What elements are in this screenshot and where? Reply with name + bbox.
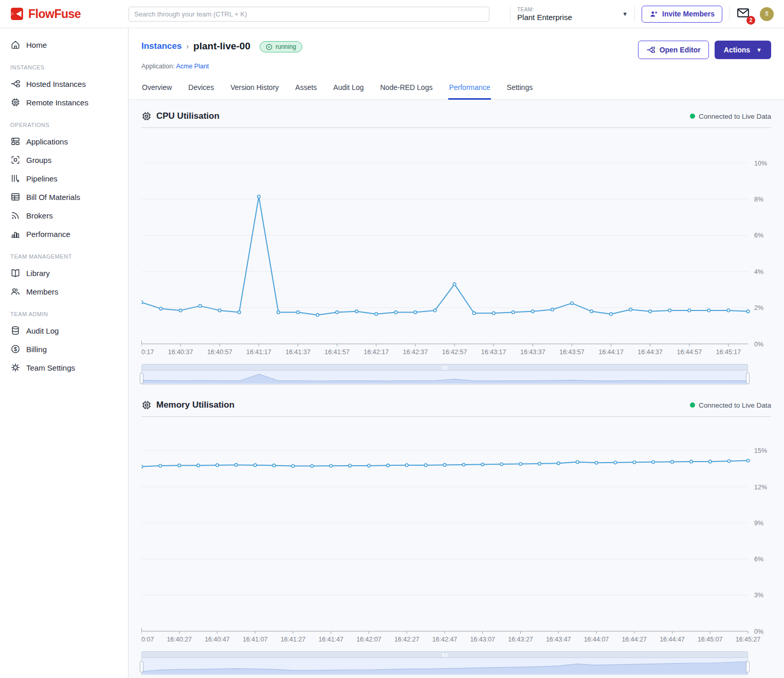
team-settings-icon (10, 362, 21, 373)
svg-text:16:43:57: 16:43:57 (559, 349, 585, 356)
sidebar-item-team-settings[interactable]: Team Settings (0, 358, 128, 377)
sidebar-item-brokers[interactable]: Brokers (0, 206, 128, 225)
page-title: plant-live-00 (193, 41, 250, 52)
svg-text:6%: 6% (754, 232, 763, 239)
sidebar-item-label: Brokers (26, 211, 53, 220)
tab-assets[interactable]: Assets (295, 80, 317, 100)
tab-audit-log[interactable]: Audit Log (333, 80, 364, 100)
minimap-grip-icon (443, 366, 447, 370)
svg-text:3%: 3% (754, 592, 763, 599)
tab-performance[interactable]: Performance (448, 80, 490, 100)
minimap-right-handle[interactable] (746, 373, 750, 384)
sidebar-item-billing[interactable]: $Billing (0, 340, 128, 358)
cpu-section: CPU Utilisation Connected to Live Data 0… (141, 109, 771, 384)
live-dot-icon (690, 114, 695, 119)
sidebar-section-label: OPERATIONS (0, 112, 128, 132)
sidebar-item-bill-of-materials[interactable]: Bill Of Materials (0, 188, 128, 206)
open-editor-button[interactable]: Open Editor (638, 41, 709, 59)
memory-live-status: Connected to Live Data (690, 401, 771, 409)
home-icon (10, 40, 21, 50)
members-icon (10, 286, 21, 297)
sidebar-item-label: Performance (26, 230, 70, 239)
tab-version-history[interactable]: Version History (230, 80, 279, 100)
svg-text:0:17: 0:17 (141, 349, 154, 356)
invite-members-button[interactable]: Invite Members (642, 6, 722, 23)
svg-text:15%: 15% (754, 447, 767, 454)
sidebar-item-applications[interactable]: Applications (0, 132, 128, 151)
avatar[interactable]: fl (760, 7, 774, 21)
svg-text:6%: 6% (754, 556, 763, 563)
svg-text:16:44:07: 16:44:07 (584, 636, 609, 643)
tab-overview[interactable]: Overview (141, 80, 172, 100)
sidebar-item-label: Pipelines (26, 174, 58, 183)
tab-node-red-logs[interactable]: Node-RED Logs (380, 80, 433, 100)
flowfuse-logo-icon (10, 7, 24, 21)
minimap-right-handle[interactable] (746, 661, 750, 672)
minimap-left-handle[interactable] (140, 373, 143, 384)
svg-text:8%: 8% (754, 196, 763, 203)
team-selector[interactable]: TEAM: Plant Enterprise ▼ (517, 7, 628, 22)
top-bar: FlowFuse TEAM: Plant Enterprise ▼ Invite… (0, 0, 784, 28)
tab-devices[interactable]: Devices (188, 80, 214, 100)
svg-text:16:42:57: 16:42:57 (442, 349, 467, 356)
application-label: Application: (141, 63, 175, 70)
applications-icon (10, 136, 21, 146)
svg-text:16:45:27: 16:45:27 (736, 636, 761, 643)
chevron-down-icon: ▼ (622, 11, 628, 17)
application-line: Application: Acme Plant (141, 63, 771, 70)
search-input[interactable] (129, 7, 489, 22)
flowfuse-logo[interactable]: FlowFuse (0, 7, 129, 21)
cpu-utilisation-chart[interactable]: 0%2%4%6%8%10%0:1716:40:3716:40:5716:41:1… (141, 134, 771, 358)
audit-log-icon (10, 325, 21, 336)
sidebar-item-label: Billing (26, 345, 47, 354)
tab-settings[interactable]: Settings (506, 80, 534, 100)
svg-text:10%: 10% (754, 160, 767, 167)
memory-utilisation-chart[interactable]: 0%3%6%9%12%15%0:0716:40:2716:40:4716:41:… (141, 423, 771, 645)
sidebar-item-label: Home (26, 41, 47, 49)
svg-text:4%: 4% (754, 268, 763, 276)
svg-text:16:44:47: 16:44:47 (660, 636, 685, 643)
svg-text:16:40:47: 16:40:47 (205, 636, 230, 643)
cpu-chip-icon (141, 111, 152, 121)
sidebar-item-hosted-instances[interactable]: Hosted Instances (0, 75, 128, 93)
sidebar-item-library[interactable]: Library (0, 264, 128, 282)
sidebar-item-audit-log[interactable]: Audit Log (0, 321, 128, 340)
sidebar-item-groups[interactable]: Groups (0, 151, 128, 169)
memory-minimap-preview[interactable] (142, 658, 747, 674)
sidebar-section-label: INSTANCES (0, 54, 128, 75)
svg-text:12%: 12% (754, 484, 767, 491)
svg-text:16:42:17: 16:42:17 (363, 349, 389, 356)
notifications-button[interactable]: 2 (736, 7, 753, 21)
pipelines-icon (10, 173, 21, 184)
sidebar-item-label: Groups (26, 156, 51, 164)
minimap-left-handle[interactable] (140, 661, 143, 672)
sidebar-item-home[interactable]: Home (0, 35, 128, 54)
open-editor-label: Open Editor (660, 46, 701, 54)
minimap-drag-bar[interactable] (141, 364, 748, 371)
svg-text:0:07: 0:07 (141, 636, 154, 643)
sidebar-item-pipelines[interactable]: Pipelines (0, 169, 128, 188)
sidebar-section-label: TEAM ADMIN (0, 301, 128, 321)
svg-text:9%: 9% (754, 520, 763, 527)
divider (729, 6, 730, 22)
actions-button[interactable]: Actions ▼ (715, 41, 771, 59)
svg-text:16:41:57: 16:41:57 (324, 349, 350, 356)
cpu-minimap-preview[interactable] (142, 371, 747, 383)
sidebar-item-members[interactable]: Members (0, 282, 128, 301)
minimap-drag-bar[interactable] (141, 651, 748, 658)
svg-text:16:40:27: 16:40:27 (167, 636, 192, 643)
status-badge: running (260, 41, 302, 52)
team-search (129, 7, 489, 22)
sidebar-item-label: Members (26, 287, 59, 296)
svg-text:16:44:57: 16:44:57 (677, 349, 702, 356)
breadcrumb-instances-link[interactable]: Instances (141, 41, 181, 51)
memory-section-title: Memory Utilisation (141, 400, 234, 410)
svg-text:16:41:47: 16:41:47 (318, 636, 343, 643)
sidebar-item-remote-instances[interactable]: Remote Instances (0, 93, 128, 112)
svg-text:0%: 0% (754, 628, 763, 635)
application-link[interactable]: Acme Plant (176, 63, 209, 70)
svg-text:16:41:17: 16:41:17 (246, 349, 271, 356)
svg-text:16:42:07: 16:42:07 (356, 636, 381, 643)
hosted-instances-icon (10, 79, 21, 89)
sidebar-item-performance[interactable]: Performance (0, 225, 128, 243)
